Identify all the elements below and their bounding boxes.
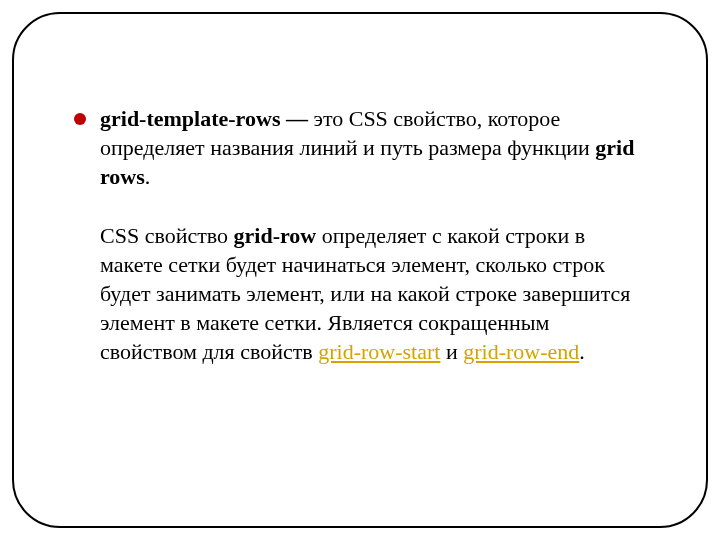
link-grid-row-start[interactable]: grid-row-start — [318, 339, 440, 364]
term-3: grid-row — [234, 223, 317, 248]
desc-2a: CSS свойство — [100, 223, 234, 248]
link-grid-row-end[interactable]: grid-row-end — [463, 339, 579, 364]
bullet-icon — [74, 113, 86, 125]
period-2: . — [579, 339, 585, 364]
paragraph-break — [100, 191, 646, 221]
slide-frame: grid-template-rows — это CSS свойство, к… — [12, 12, 708, 528]
conj-and: и — [440, 339, 463, 364]
term-1: grid-template-rows — — [100, 106, 313, 131]
body-text: grid-template-rows — это CSS свойство, к… — [100, 104, 646, 366]
bullet-item: grid-template-rows — это CSS свойство, к… — [74, 104, 646, 366]
period-1: . — [145, 164, 151, 189]
